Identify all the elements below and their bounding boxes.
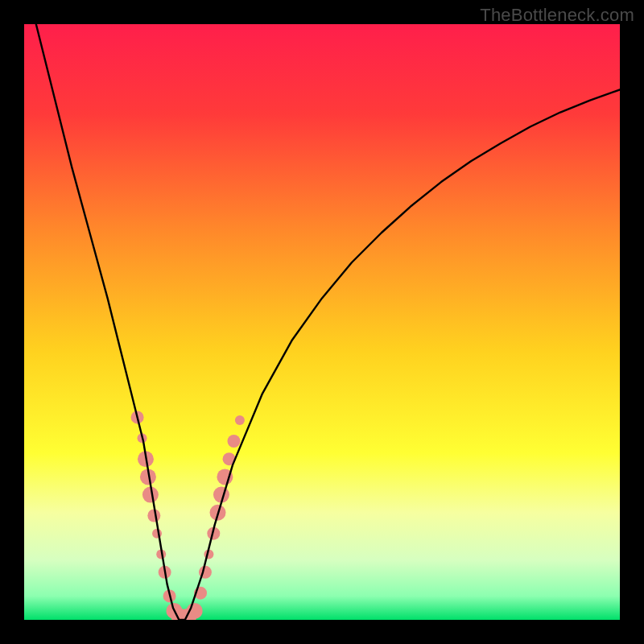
watermark-text: TheBottleneck.com xyxy=(480,5,634,26)
chart-frame: TheBottleneck.com xyxy=(0,0,644,644)
marker-dot xyxy=(227,435,240,448)
bottleneck-chart xyxy=(24,24,620,620)
marker-dot xyxy=(235,415,245,425)
plot-area xyxy=(24,24,620,620)
marker-dot xyxy=(152,529,162,539)
